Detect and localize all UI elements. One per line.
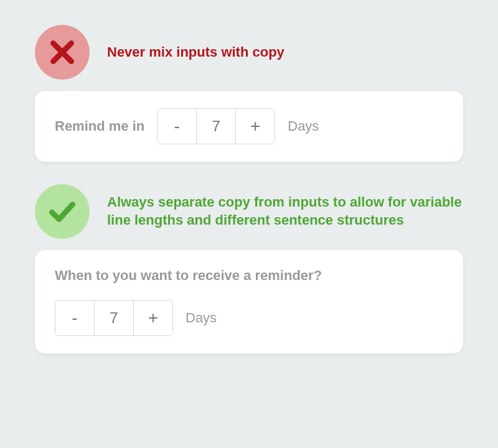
- do-heading: Always separate copy from inputs to allo…: [107, 194, 463, 229]
- do-inline-row: - 7 + Days: [55, 300, 443, 336]
- dont-inline-row: Remind me in - 7 + Days: [55, 108, 443, 144]
- do-unit-label: Days: [186, 310, 217, 326]
- dont-icon-circle: [35, 25, 90, 80]
- decrement-button[interactable]: -: [55, 301, 94, 335]
- quantity-stepper: - 7 +: [157, 108, 275, 144]
- quantity-stepper: - 7 +: [55, 300, 173, 336]
- cross-icon: [47, 37, 78, 68]
- do-prompt-label: When to you want to receive a reminder?: [55, 268, 443, 284]
- decrement-button[interactable]: -: [157, 109, 196, 144]
- do-icon-circle: [35, 184, 90, 239]
- increment-button[interactable]: +: [236, 109, 275, 144]
- check-icon: [47, 196, 78, 227]
- dont-example-card: Remind me in - 7 + Days: [35, 91, 463, 162]
- dont-unit-label: Days: [288, 118, 319, 134]
- dont-prefix-label: Remind me in: [55, 118, 144, 134]
- do-example-card: When to you want to receive a reminder? …: [35, 250, 463, 353]
- stepper-value[interactable]: 7: [94, 301, 134, 335]
- dont-heading: Never mix inputs with copy: [107, 44, 284, 62]
- do-guideline-row: Always separate copy from inputs to allo…: [35, 184, 463, 239]
- dont-guideline-row: Never mix inputs with copy: [35, 25, 463, 80]
- stepper-value[interactable]: 7: [196, 109, 236, 144]
- increment-button[interactable]: +: [134, 301, 172, 335]
